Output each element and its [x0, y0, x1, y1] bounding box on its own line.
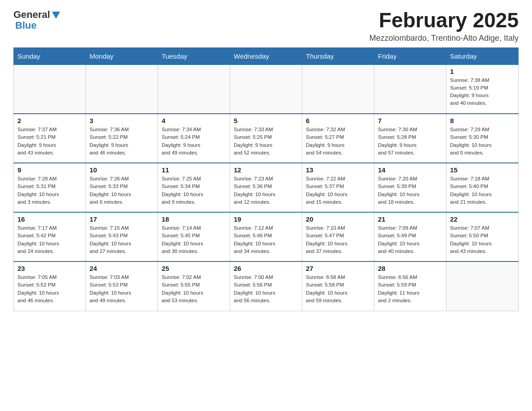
day-info: Sunrise: 7:25 AMSunset: 5:34 PMDaylight:… — [162, 175, 226, 206]
logo: General Blue — [13, 9, 61, 31]
day-number: 19 — [234, 215, 298, 223]
day-info: Sunrise: 7:00 AMSunset: 5:56 PMDaylight:… — [234, 274, 298, 304]
day-info: Sunrise: 7:17 AMSunset: 5:42 PMDaylight:… — [17, 224, 82, 255]
calendar-day-cell: 8Sunrise: 7:29 AMSunset: 5:30 PMDaylight… — [446, 114, 519, 163]
calendar-day-cell: 16Sunrise: 7:17 AMSunset: 5:42 PMDayligh… — [14, 212, 86, 261]
calendar-day-cell: 3Sunrise: 7:36 AMSunset: 5:22 PMDaylight… — [86, 114, 158, 163]
day-info: Sunrise: 7:37 AMSunset: 5:21 PMDaylight:… — [17, 126, 82, 157]
calendar-day-cell — [14, 64, 86, 114]
col-friday: Friday — [374, 47, 446, 64]
day-info: Sunrise: 6:56 AMSunset: 5:59 PMDaylight:… — [378, 274, 442, 304]
calendar-day-cell: 26Sunrise: 7:00 AMSunset: 5:56 PMDayligh… — [230, 261, 302, 311]
calendar-day-cell — [230, 64, 302, 114]
logo-blue-text: Blue — [15, 20, 37, 31]
day-info: Sunrise: 7:28 AMSunset: 5:31 PMDaylight:… — [17, 175, 82, 206]
calendar-day-cell: 20Sunrise: 7:10 AMSunset: 5:47 PMDayligh… — [302, 212, 374, 261]
day-number: 14 — [378, 166, 442, 174]
svg-marker-0 — [52, 12, 60, 19]
calendar-day-cell: 2Sunrise: 7:37 AMSunset: 5:21 PMDaylight… — [14, 114, 86, 163]
day-info: Sunrise: 7:15 AMSunset: 5:43 PMDaylight:… — [90, 224, 154, 255]
day-number: 2 — [17, 117, 82, 124]
calendar-week-row: 23Sunrise: 7:05 AMSunset: 5:52 PMDayligh… — [14, 261, 519, 311]
day-info: Sunrise: 7:09 AMSunset: 5:49 PMDaylight:… — [378, 224, 442, 255]
calendar-day-cell — [86, 64, 158, 114]
day-number: 12 — [234, 166, 298, 174]
day-info: Sunrise: 7:03 AMSunset: 5:53 PMDaylight:… — [90, 274, 154, 304]
calendar-day-cell — [374, 64, 446, 114]
calendar-day-cell: 14Sunrise: 7:20 AMSunset: 5:39 PMDayligh… — [374, 163, 446, 212]
day-info: Sunrise: 7:10 AMSunset: 5:47 PMDaylight:… — [306, 224, 370, 255]
calendar-day-cell: 17Sunrise: 7:15 AMSunset: 5:43 PMDayligh… — [86, 212, 158, 261]
calendar-week-row: 16Sunrise: 7:17 AMSunset: 5:42 PMDayligh… — [14, 212, 519, 261]
calendar-day-cell: 4Sunrise: 7:34 AMSunset: 5:24 PMDaylight… — [158, 114, 230, 163]
day-number: 21 — [378, 215, 442, 223]
logo-triangle-icon — [51, 10, 61, 20]
location-subtitle: Mezzolombardo, Trentino-Alto Adige, Ital… — [369, 34, 519, 43]
calendar-day-cell — [446, 261, 519, 311]
calendar-week-row: 2Sunrise: 7:37 AMSunset: 5:21 PMDaylight… — [14, 114, 519, 163]
day-number: 25 — [162, 265, 226, 272]
calendar-day-cell: 25Sunrise: 7:02 AMSunset: 5:55 PMDayligh… — [158, 261, 230, 311]
day-info: Sunrise: 7:23 AMSunset: 5:36 PMDaylight:… — [234, 175, 298, 206]
day-info: Sunrise: 7:07 AMSunset: 5:50 PMDaylight:… — [450, 224, 515, 255]
day-info: Sunrise: 7:32 AMSunset: 5:27 PMDaylight:… — [306, 126, 370, 157]
col-sunday: Sunday — [14, 47, 86, 64]
calendar-day-cell: 15Sunrise: 7:18 AMSunset: 5:40 PMDayligh… — [446, 163, 519, 212]
calendar-day-cell: 10Sunrise: 7:26 AMSunset: 5:33 PMDayligh… — [86, 163, 158, 212]
day-number: 9 — [17, 166, 82, 174]
col-wednesday: Wednesday — [230, 47, 302, 64]
calendar-day-cell: 23Sunrise: 7:05 AMSunset: 5:52 PMDayligh… — [14, 261, 86, 311]
day-number: 4 — [162, 117, 226, 124]
day-number: 17 — [90, 215, 154, 223]
calendar-week-row: 9Sunrise: 7:28 AMSunset: 5:31 PMDaylight… — [14, 163, 519, 212]
day-info: Sunrise: 7:26 AMSunset: 5:33 PMDaylight:… — [90, 175, 154, 206]
day-info: Sunrise: 6:58 AMSunset: 5:58 PMDaylight:… — [306, 274, 370, 304]
calendar-header-row: Sunday Monday Tuesday Wednesday Thursday… — [14, 47, 519, 64]
title-section: February 2025 Mezzolombardo, Trentino-Al… — [369, 9, 519, 43]
calendar-day-cell: 6Sunrise: 7:32 AMSunset: 5:27 PMDaylight… — [302, 114, 374, 163]
col-monday: Monday — [86, 47, 158, 64]
col-thursday: Thursday — [302, 47, 374, 64]
day-number: 6 — [306, 117, 370, 124]
day-number: 24 — [90, 265, 154, 272]
day-number: 22 — [450, 215, 515, 223]
calendar-day-cell: 9Sunrise: 7:28 AMSunset: 5:31 PMDaylight… — [14, 163, 86, 212]
day-number: 10 — [90, 166, 154, 174]
day-info: Sunrise: 7:29 AMSunset: 5:30 PMDaylight:… — [450, 126, 515, 157]
day-number: 26 — [234, 265, 298, 272]
page-header: General Blue February 2025 Mezzolombardo… — [13, 9, 519, 43]
day-info: Sunrise: 7:02 AMSunset: 5:55 PMDaylight:… — [162, 274, 226, 304]
calendar-day-cell: 28Sunrise: 6:56 AMSunset: 5:59 PMDayligh… — [374, 261, 446, 311]
col-saturday: Saturday — [446, 47, 519, 64]
day-number: 18 — [162, 215, 226, 223]
day-number: 23 — [17, 265, 82, 272]
calendar-day-cell: 22Sunrise: 7:07 AMSunset: 5:50 PMDayligh… — [446, 212, 519, 261]
day-number: 1 — [450, 68, 515, 75]
day-number: 15 — [450, 166, 515, 174]
day-number: 7 — [378, 117, 442, 124]
calendar-day-cell: 5Sunrise: 7:33 AMSunset: 5:25 PMDaylight… — [230, 114, 302, 163]
day-info: Sunrise: 7:18 AMSunset: 5:40 PMDaylight:… — [450, 175, 515, 206]
day-info: Sunrise: 7:20 AMSunset: 5:39 PMDaylight:… — [378, 175, 442, 206]
calendar-day-cell: 7Sunrise: 7:30 AMSunset: 5:28 PMDaylight… — [374, 114, 446, 163]
calendar-day-cell: 11Sunrise: 7:25 AMSunset: 5:34 PMDayligh… — [158, 163, 230, 212]
day-info: Sunrise: 7:22 AMSunset: 5:37 PMDaylight:… — [306, 175, 370, 206]
calendar-day-cell: 21Sunrise: 7:09 AMSunset: 5:49 PMDayligh… — [374, 212, 446, 261]
day-number: 5 — [234, 117, 298, 124]
day-number: 16 — [17, 215, 82, 223]
day-info: Sunrise: 7:05 AMSunset: 5:52 PMDaylight:… — [17, 274, 82, 304]
day-info: Sunrise: 7:30 AMSunset: 5:28 PMDaylight:… — [378, 126, 442, 157]
day-number: 11 — [162, 166, 226, 174]
logo-general-text: General — [13, 9, 50, 21]
month-title: February 2025 — [369, 9, 519, 32]
calendar-day-cell: 24Sunrise: 7:03 AMSunset: 5:53 PMDayligh… — [86, 261, 158, 311]
day-info: Sunrise: 7:14 AMSunset: 5:45 PMDaylight:… — [162, 224, 226, 255]
col-tuesday: Tuesday — [158, 47, 230, 64]
day-info: Sunrise: 7:34 AMSunset: 5:24 PMDaylight:… — [162, 126, 226, 157]
calendar-day-cell — [158, 64, 230, 114]
day-info: Sunrise: 7:38 AMSunset: 5:19 PMDaylight:… — [450, 77, 515, 107]
calendar-day-cell: 19Sunrise: 7:12 AMSunset: 5:46 PMDayligh… — [230, 212, 302, 261]
calendar-day-cell: 13Sunrise: 7:22 AMSunset: 5:37 PMDayligh… — [302, 163, 374, 212]
calendar-day-cell: 1Sunrise: 7:38 AMSunset: 5:19 PMDaylight… — [446, 64, 519, 114]
day-info: Sunrise: 7:33 AMSunset: 5:25 PMDaylight:… — [234, 126, 298, 157]
